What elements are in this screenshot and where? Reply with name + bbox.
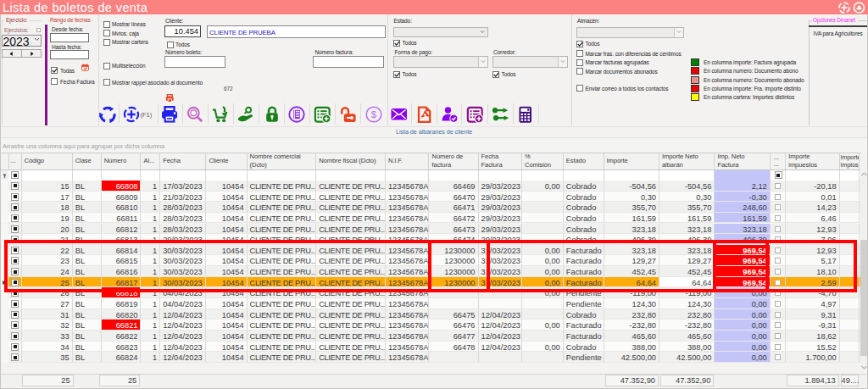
svg-text:$: $	[370, 109, 376, 119]
